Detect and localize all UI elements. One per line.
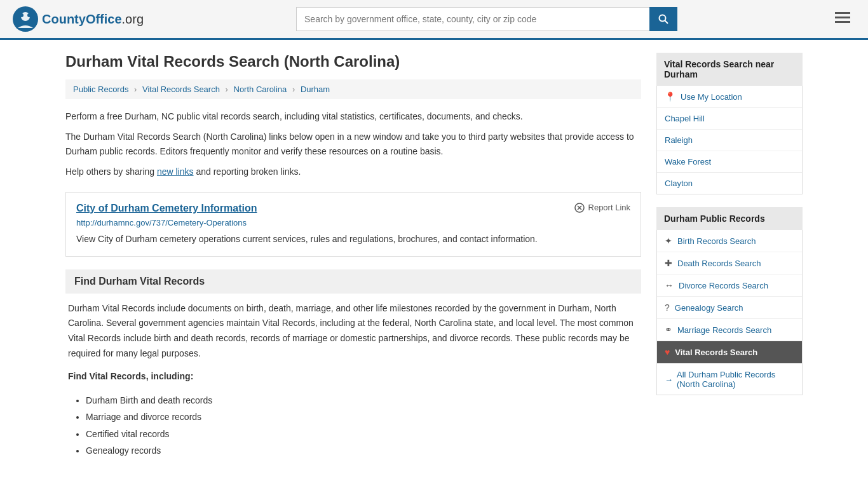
logo-icon — [13, 6, 38, 32]
link-card-title[interactable]: City of Durham Cemetery Information — [76, 203, 257, 214]
content: Durham Vital Records Search (North Carol… — [65, 53, 641, 459]
sidebar-link-label: Genealogy Search — [675, 303, 743, 313]
svg-point-4 — [660, 15, 666, 22]
sidebar-public-record-link[interactable]: ?Genealogy Search — [657, 297, 802, 319]
sidebar-use-my-location[interactable]: 📍 Use My Location — [657, 86, 802, 108]
breadcrumb-durham[interactable]: Durham — [301, 85, 330, 94]
intro-paragraph-3: Help others by sharing new links and rep… — [65, 165, 641, 179]
find-section: Find Durham Vital Records Durham Vital R… — [65, 269, 641, 459]
search-bar — [296, 7, 677, 31]
sidebar-nearby-location[interactable]: Wake Forest — [657, 151, 802, 173]
hamburger-icon — [835, 12, 850, 24]
link-card-description: View City of Durham cemetery operations … — [76, 233, 630, 246]
sidebar-nearby-links: 📍 Use My Location Chapel HillRaleighWake… — [656, 86, 803, 194]
find-section-header: Find Durham Vital Records — [65, 269, 641, 294]
sidebar-link-label: Vital Records Search — [675, 348, 757, 357]
report-link-button[interactable]: Report Link — [574, 203, 630, 213]
report-icon — [574, 203, 585, 213]
sidebar-link-label: Birth Records Search — [677, 236, 756, 246]
sidebar-link-label: Marriage Records Search — [677, 325, 771, 335]
list-item: Durham Birth and death records — [86, 392, 639, 409]
arrows-icon: ↔ — [665, 280, 674, 290]
list-item: Genealogy records — [86, 442, 639, 459]
sidebar-public-record-link[interactable]: ✦Birth Records Search — [657, 230, 802, 252]
sidebar-public-record-link[interactable]: ✚Death Records Search — [657, 252, 802, 274]
sidebar-public-records-links: ✦Birth Records Search✚Death Records Sear… — [656, 230, 803, 364]
svg-rect-8 — [835, 21, 850, 23]
search-button[interactable] — [649, 7, 677, 31]
vital-includes-header: Find Vital Records, including: — [68, 369, 639, 384]
sidebar-public-record-link[interactable]: ♥Vital Records Search — [657, 341, 802, 363]
breadcrumb-public-records[interactable]: Public Records — [73, 85, 128, 94]
find-section-body: Durham Vital Records include documents o… — [65, 301, 641, 459]
svg-rect-6 — [835, 12, 850, 14]
intro-paragraph-2: The Durham Vital Records Search (North C… — [65, 130, 641, 158]
sidebar: Vital Records Search near Durham 📍 Use M… — [656, 53, 803, 459]
list-item: Certified vital records — [86, 426, 639, 443]
search-input[interactable] — [296, 7, 649, 31]
sidebar-nearby-title: Vital Records Search near Durham — [656, 53, 803, 86]
sidebar-public-record-link[interactable]: ↔Divorce Records Search — [657, 274, 802, 297]
page-title: Durham Vital Records Search (North Carol… — [65, 53, 641, 71]
rings-icon: ⚭ — [665, 325, 672, 335]
sidebar-nearby-location[interactable]: Raleigh — [657, 130, 802, 151]
vital-records-list: Durham Birth and death recordsMarriage a… — [68, 392, 639, 459]
breadcrumb: Public Records › Vital Records Search › … — [65, 79, 641, 99]
menu-button[interactable] — [830, 8, 855, 30]
arrow-right-icon: → — [665, 375, 673, 384]
logo-area: CountyOffice.org — [13, 6, 144, 32]
svg-point-2 — [20, 13, 24, 17]
logo-text: CountyOffice.org — [42, 12, 144, 27]
main: Durham Vital Records Search (North Carol… — [53, 53, 815, 459]
location-pin-icon: 📍 — [665, 92, 675, 102]
svg-line-5 — [665, 21, 668, 24]
dna-icon: ✦ — [665, 236, 672, 246]
sidebar-nearby-location[interactable]: Chapel Hill — [657, 108, 802, 130]
all-public-records-link[interactable]: → All Durham Public Records (North Carol… — [656, 364, 803, 395]
intro-paragraph-1: Perform a free Durham, NC public vital r… — [65, 109, 641, 123]
cross-icon: ✚ — [665, 258, 672, 268]
question-icon: ? — [665, 302, 670, 313]
new-links-link[interactable]: new links — [157, 166, 194, 177]
link-card: City of Durham Cemetery Information Repo… — [65, 192, 641, 257]
heart-icon: ♥ — [665, 347, 670, 357]
sidebar-link-label: Death Records Search — [677, 259, 761, 268]
sidebar-nearby-section: Vital Records Search near Durham 📍 Use M… — [656, 53, 803, 194]
header: CountyOffice.org — [0, 0, 868, 40]
sidebar-link-label: Divorce Records Search — [679, 281, 768, 290]
svg-rect-7 — [835, 17, 850, 18]
link-card-url[interactable]: http://durhamnc.gov/737/Cemetery-Operati… — [76, 218, 630, 227]
sidebar-nearby-location[interactable]: Clayton — [657, 173, 802, 194]
search-icon — [658, 14, 668, 24]
sidebar-public-records-title: Durham Public Records — [656, 207, 803, 230]
breadcrumb-vital-records-search[interactable]: Vital Records Search — [142, 85, 220, 94]
sidebar-public-records-section: Durham Public Records ✦Birth Records Sea… — [656, 207, 803, 395]
list-item: Marriage and divorce records — [86, 409, 639, 426]
sidebar-public-record-link[interactable]: ⚭Marriage Records Search — [657, 319, 802, 341]
svg-point-3 — [27, 13, 31, 17]
breadcrumb-north-carolina[interactable]: North Carolina — [234, 85, 287, 94]
